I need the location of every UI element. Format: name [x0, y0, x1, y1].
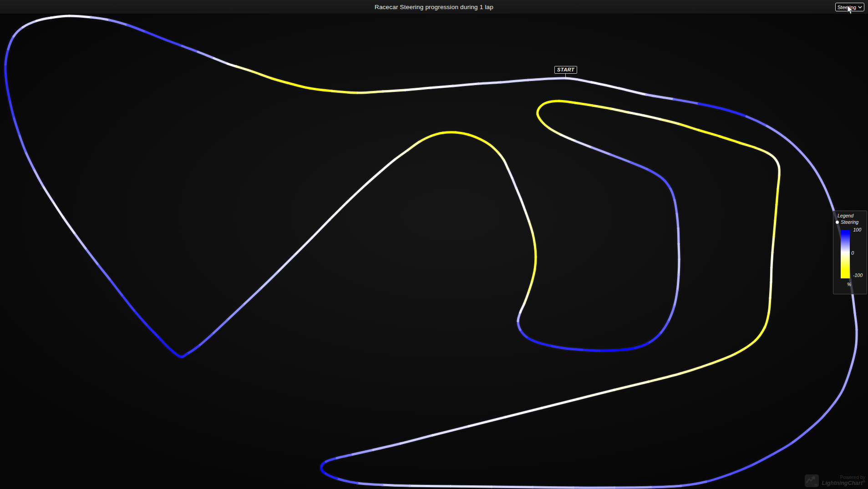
- start-marker: START: [554, 66, 577, 74]
- chevron-down-icon: [858, 6, 862, 9]
- legend-item-label: Steering: [841, 219, 858, 225]
- legend-title: Legend: [838, 213, 853, 218]
- track-chart-canvas[interactable]: [0, 0, 868, 489]
- legend-gradient-bar: [841, 230, 850, 278]
- legend-scale-min: -100: [853, 272, 863, 278]
- watermark-text: Powered by LightningChart®: [822, 475, 865, 487]
- start-marker-tick: [565, 74, 566, 78]
- legend-scale-mid: 0: [851, 250, 854, 256]
- watermark-brand: LightningChart®: [822, 480, 865, 487]
- watermark-powered-by: Powered by: [822, 475, 865, 480]
- series-selector-dropdown[interactable]: Steering: [835, 3, 864, 11]
- series-selector-label: Steering: [838, 5, 856, 10]
- legend-scale-max: 100: [853, 227, 861, 232]
- lightningchart-js-logo-icon: JS: [805, 474, 819, 487]
- legend-item-steering[interactable]: Steering: [836, 219, 858, 225]
- legend-bullet-icon: [836, 221, 839, 224]
- header-bar: Racecar Steering progression during 1 la…: [0, 0, 868, 14]
- legend-panel: Legend Steering 100 0 -100 %: [833, 211, 867, 294]
- legend-unit-label: %: [847, 282, 851, 287]
- page-title: Racecar Steering progression during 1 la…: [375, 4, 493, 10]
- watermark-logo-text: JS: [814, 484, 818, 487]
- page-root: Racecar Steering progression during 1 la…: [0, 0, 868, 489]
- start-marker-label: START: [557, 67, 574, 72]
- watermark[interactable]: JS Powered by LightningChart®: [805, 474, 865, 487]
